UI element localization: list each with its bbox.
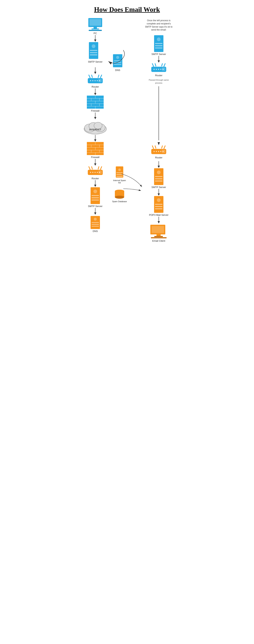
svg-rect-67 (95, 152, 96, 155)
passed-note: Passed through same process (146, 79, 172, 84)
svg-rect-42 (95, 101, 96, 104)
svg-point-52 (94, 122, 102, 129)
arrow-smtp-right-router1 (157, 56, 161, 63)
node-email-client: Email Client (149, 224, 168, 242)
svg-marker-144 (158, 194, 160, 196)
svg-point-127 (118, 168, 121, 171)
svg-point-134 (115, 190, 124, 193)
svg-marker-89 (94, 212, 96, 215)
svg-rect-112 (162, 68, 165, 71)
svg-point-27 (92, 80, 93, 81)
svg-rect-44 (99, 104, 100, 106)
arrow-internet-firewall2 (93, 134, 97, 142)
svg-line-117 (162, 146, 163, 148)
svg-rect-99 (155, 48, 163, 48)
svg-marker-47 (94, 117, 96, 119)
svg-point-84 (93, 190, 97, 193)
page-title: How Does Email Work (64, 0, 190, 17)
svg-line-71 (91, 166, 92, 170)
arrow-pop3-emailclient (157, 216, 161, 224)
smtp-spam-area: Internal Spam list Spam Database (127, 159, 190, 242)
svg-line-115 (152, 146, 154, 149)
svg-line-118 (164, 146, 165, 149)
node-internet: INTERNET (83, 120, 107, 134)
svg-rect-80 (98, 170, 102, 174)
node-smtp-right: SMTP Server (152, 35, 166, 56)
svg-rect-140 (155, 178, 163, 179)
svg-marker-101 (158, 60, 160, 62)
svg-rect-98 (155, 45, 163, 46)
smtp-right-2-label: SMTP Server (152, 186, 166, 188)
svg-point-123 (160, 151, 161, 152)
svg-point-77 (94, 172, 96, 173)
svg-rect-62 (91, 144, 91, 147)
svg-point-108 (156, 69, 157, 70)
arrow-to-router-right-2 (157, 142, 161, 145)
node-router-right-2: Router (150, 145, 167, 159)
node-smtp-right-2-wrapper: SMTP Server (127, 161, 190, 242)
arrow-router1-firewall1 (93, 88, 97, 96)
svg-rect-1 (89, 19, 101, 26)
svg-rect-154 (157, 234, 161, 236)
svg-marker-136 (158, 166, 160, 168)
svg-line-102 (152, 63, 154, 67)
svg-point-78 (97, 172, 98, 173)
svg-line-24 (100, 75, 102, 78)
curved-arrow-area (64, 63, 127, 67)
svg-marker-55 (94, 140, 96, 142)
svg-point-133 (115, 196, 124, 199)
svg-rect-97 (155, 43, 163, 44)
diagram-top: PC DNS (64, 17, 190, 244)
svg-point-96 (157, 38, 161, 41)
svg-point-121 (156, 151, 157, 152)
svg-rect-37 (87, 104, 104, 104)
router-right-2-label: Router (155, 156, 162, 159)
spam-list-label: Internal Spam list (112, 179, 127, 184)
pc-label: PC (94, 32, 97, 35)
svg-rect-59 (87, 150, 104, 150)
svg-rect-153 (152, 226, 164, 233)
svg-rect-92 (91, 222, 99, 223)
svg-rect-66 (99, 150, 100, 152)
dns-left-label: DNS (112, 69, 123, 72)
svg-rect-139 (155, 176, 163, 177)
passed-note-area: Passed through same process (146, 77, 172, 142)
smtp-left-2-label: SMTP Server (88, 205, 102, 208)
svg-line-23 (98, 75, 99, 78)
dns-left-2-label: DNS (93, 230, 98, 232)
node-pop3: POP3 Mail Server (149, 196, 169, 216)
svg-rect-128 (116, 172, 123, 173)
arrow-firewall2-router2 (93, 158, 97, 166)
svg-marker-69 (94, 164, 96, 166)
svg-rect-148 (155, 206, 163, 207)
svg-rect-141 (155, 180, 163, 182)
svg-rect-45 (95, 106, 96, 109)
spam-items-area: Internal Spam list Spam Database (112, 166, 127, 202)
svg-rect-2 (94, 27, 97, 28)
svg-rect-40 (91, 98, 91, 101)
svg-rect-3 (91, 28, 99, 30)
firewall-left-label: Firewall (91, 110, 99, 112)
arrow-firewall1-internet (93, 112, 97, 120)
svg-rect-93 (91, 224, 99, 225)
svg-rect-63 (99, 144, 100, 147)
svg-rect-31 (98, 79, 102, 82)
svg-point-75 (90, 172, 91, 173)
svg-marker-114 (158, 142, 160, 145)
svg-rect-39 (95, 96, 96, 98)
svg-point-110 (160, 69, 161, 70)
col-left-top: PC DNS (64, 17, 127, 244)
right-note: Once the left process is complete and re… (144, 19, 174, 32)
node-dns-left-2: DNS (90, 215, 101, 232)
arrow-smtp2-dns2 (93, 208, 97, 215)
svg-rect-129 (116, 174, 123, 175)
svg-line-105 (164, 63, 165, 67)
svg-rect-41 (99, 98, 100, 101)
svg-point-138 (157, 170, 161, 174)
svg-rect-147 (155, 204, 163, 205)
svg-text:INTERNET: INTERNET (89, 128, 101, 131)
svg-point-91 (94, 218, 97, 221)
svg-point-28 (94, 80, 96, 81)
svg-line-22 (91, 75, 92, 78)
node-spam-list: Internal Spam list (112, 166, 127, 184)
